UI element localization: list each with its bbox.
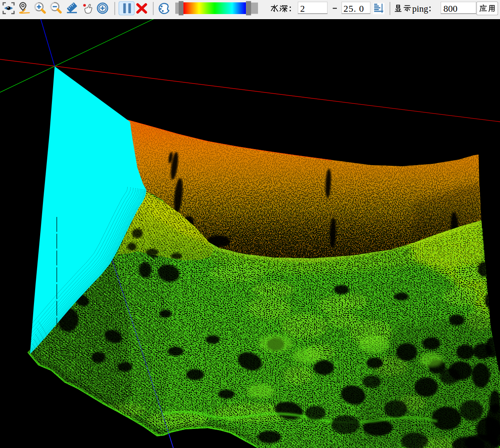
svg-text:2: 2 xyxy=(300,4,305,14)
svg-text:25. 0: 25. 0 xyxy=(343,4,364,14)
svg-text:ping: ping xyxy=(412,4,428,14)
svg-text:800: 800 xyxy=(443,4,457,14)
